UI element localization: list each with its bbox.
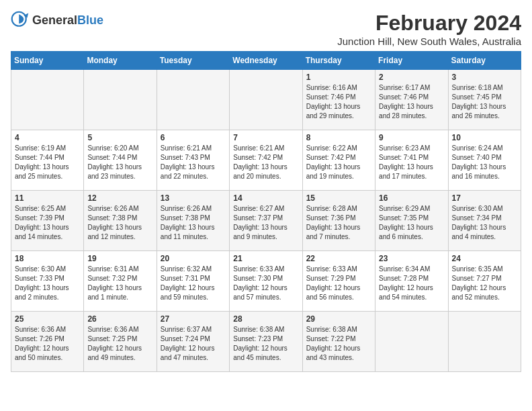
header: GeneralBlue February 2024 Junction Hill,…: [11, 11, 521, 47]
day-number: 25: [15, 314, 80, 324]
calendar-cell: [448, 312, 521, 372]
day-number: 4: [15, 133, 80, 142]
day-info: Sunrise: 6:21 AM Sunset: 7:43 PM Dayligh…: [161, 144, 226, 181]
day-number: 27: [161, 314, 226, 324]
calendar-cell: 3Sunrise: 6:18 AM Sunset: 7:45 PM Daylig…: [448, 70, 521, 130]
calendar-cell: 23Sunrise: 6:34 AM Sunset: 7:28 PM Dayli…: [375, 251, 448, 312]
calendar-cell: 4Sunrise: 6:19 AM Sunset: 7:44 PM Daylig…: [11, 130, 84, 191]
calendar-cell: 12Sunrise: 6:26 AM Sunset: 7:38 PM Dayli…: [84, 191, 157, 251]
day-info: Sunrise: 6:38 AM Sunset: 7:22 PM Dayligh…: [306, 325, 371, 363]
day-info: Sunrise: 6:26 AM Sunset: 7:38 PM Dayligh…: [161, 204, 226, 242]
calendar-cell: [157, 70, 229, 130]
header-sunday: Sunday: [11, 52, 84, 70]
calendar-cell: 28Sunrise: 6:38 AM Sunset: 7:23 PM Dayli…: [230, 312, 302, 372]
calendar-week-row: 25Sunrise: 6:36 AM Sunset: 7:26 PM Dayli…: [11, 312, 521, 372]
logo-icon: [11, 11, 30, 30]
day-number: 19: [87, 254, 152, 263]
calendar-cell: 15Sunrise: 6:28 AM Sunset: 7:36 PM Dayli…: [302, 191, 375, 251]
calendar-table: SundayMondayTuesdayWednesdayThursdayFrid…: [11, 51, 521, 372]
header-monday: Monday: [84, 52, 157, 70]
calendar-cell: 21Sunrise: 6:33 AM Sunset: 7:30 PM Dayli…: [230, 251, 302, 312]
day-number: 3: [452, 73, 517, 82]
calendar-cell: 19Sunrise: 6:31 AM Sunset: 7:32 PM Dayli…: [84, 251, 157, 312]
day-number: 24: [452, 254, 517, 263]
day-info: Sunrise: 6:30 AM Sunset: 7:34 PM Dayligh…: [452, 204, 517, 242]
day-number: 26: [87, 314, 152, 324]
day-number: 21: [233, 254, 298, 263]
day-number: 9: [379, 133, 444, 142]
day-number: 13: [161, 193, 226, 203]
calendar-cell: 5Sunrise: 6:20 AM Sunset: 7:44 PM Daylig…: [84, 130, 157, 191]
calendar-cell: 6Sunrise: 6:21 AM Sunset: 7:43 PM Daylig…: [157, 130, 229, 191]
calendar-cell: 18Sunrise: 6:30 AM Sunset: 7:33 PM Dayli…: [11, 251, 84, 312]
day-info: Sunrise: 6:21 AM Sunset: 7:42 PM Dayligh…: [233, 144, 298, 181]
day-number: 18: [15, 254, 80, 263]
day-info: Sunrise: 6:32 AM Sunset: 7:31 PM Dayligh…: [161, 265, 226, 302]
subtitle: Junction Hill, New South Wales, Australi…: [337, 36, 521, 47]
header-saturday: Saturday: [448, 52, 521, 70]
calendar-cell: 2Sunrise: 6:17 AM Sunset: 7:46 PM Daylig…: [375, 70, 448, 130]
day-info: Sunrise: 6:33 AM Sunset: 7:30 PM Dayligh…: [233, 265, 298, 302]
calendar-cell: 11Sunrise: 6:25 AM Sunset: 7:39 PM Dayli…: [11, 191, 84, 251]
day-info: Sunrise: 6:29 AM Sunset: 7:35 PM Dayligh…: [379, 204, 444, 242]
day-number: 6: [161, 133, 226, 142]
header-wednesday: Wednesday: [230, 52, 302, 70]
calendar-cell: 17Sunrise: 6:30 AM Sunset: 7:34 PM Dayli…: [448, 191, 521, 251]
calendar-cell: [230, 70, 302, 130]
day-info: Sunrise: 6:36 AM Sunset: 7:26 PM Dayligh…: [15, 325, 80, 363]
calendar-cell: 9Sunrise: 6:23 AM Sunset: 7:41 PM Daylig…: [375, 130, 448, 191]
header-thursday: Thursday: [302, 52, 375, 70]
day-number: 29: [306, 314, 371, 324]
main-title: February 2024: [337, 11, 521, 36]
day-info: Sunrise: 6:33 AM Sunset: 7:29 PM Dayligh…: [306, 265, 371, 302]
day-info: Sunrise: 6:31 AM Sunset: 7:32 PM Dayligh…: [87, 265, 152, 302]
calendar-cell: 13Sunrise: 6:26 AM Sunset: 7:38 PM Dayli…: [157, 191, 229, 251]
calendar-cell: [84, 70, 157, 130]
day-number: 14: [233, 193, 298, 203]
day-info: Sunrise: 6:28 AM Sunset: 7:36 PM Dayligh…: [306, 204, 371, 242]
calendar-cell: 27Sunrise: 6:37 AM Sunset: 7:24 PM Dayli…: [157, 312, 229, 372]
day-number: 16: [379, 193, 444, 203]
day-info: Sunrise: 6:35 AM Sunset: 7:27 PM Dayligh…: [452, 265, 517, 302]
logo-blue: Blue: [77, 13, 103, 27]
calendar-cell: 7Sunrise: 6:21 AM Sunset: 7:42 PM Daylig…: [230, 130, 302, 191]
calendar-week-row: 4Sunrise: 6:19 AM Sunset: 7:44 PM Daylig…: [11, 130, 521, 191]
day-number: 28: [233, 314, 298, 324]
day-info: Sunrise: 6:17 AM Sunset: 7:46 PM Dayligh…: [379, 83, 444, 121]
day-info: Sunrise: 6:34 AM Sunset: 7:28 PM Dayligh…: [379, 265, 444, 302]
calendar-cell: 26Sunrise: 6:36 AM Sunset: 7:25 PM Dayli…: [84, 312, 157, 372]
calendar-cell: 24Sunrise: 6:35 AM Sunset: 7:27 PM Dayli…: [448, 251, 521, 312]
calendar-cell: 1Sunrise: 6:16 AM Sunset: 7:46 PM Daylig…: [302, 70, 375, 130]
calendar-cell: 10Sunrise: 6:24 AM Sunset: 7:40 PM Dayli…: [448, 130, 521, 191]
day-info: Sunrise: 6:22 AM Sunset: 7:42 PM Dayligh…: [306, 144, 371, 181]
calendar-cell: [11, 70, 84, 130]
day-info: Sunrise: 6:25 AM Sunset: 7:39 PM Dayligh…: [15, 204, 80, 242]
day-info: Sunrise: 6:20 AM Sunset: 7:44 PM Dayligh…: [87, 144, 152, 181]
header-tuesday: Tuesday: [157, 52, 229, 70]
title-area: February 2024 Junction Hill, New South W…: [337, 11, 521, 47]
day-info: Sunrise: 6:26 AM Sunset: 7:38 PM Dayligh…: [87, 204, 152, 242]
calendar-week-row: 11Sunrise: 6:25 AM Sunset: 7:39 PM Dayli…: [11, 191, 521, 251]
day-number: 1: [306, 73, 371, 82]
logo-general: General: [32, 13, 77, 27]
day-number: 5: [87, 133, 152, 142]
day-number: 10: [452, 133, 517, 142]
day-info: Sunrise: 6:36 AM Sunset: 7:25 PM Dayligh…: [87, 325, 152, 363]
calendar-cell: 20Sunrise: 6:32 AM Sunset: 7:31 PM Dayli…: [157, 251, 229, 312]
logo: GeneralBlue: [11, 11, 103, 30]
day-info: Sunrise: 6:19 AM Sunset: 7:44 PM Dayligh…: [15, 144, 80, 181]
calendar-cell: [375, 312, 448, 372]
day-info: Sunrise: 6:27 AM Sunset: 7:37 PM Dayligh…: [233, 204, 298, 242]
day-info: Sunrise: 6:37 AM Sunset: 7:24 PM Dayligh…: [161, 325, 226, 363]
day-number: 7: [233, 133, 298, 142]
calendar-cell: 29Sunrise: 6:38 AM Sunset: 7:22 PM Dayli…: [302, 312, 375, 372]
day-number: 15: [306, 193, 371, 203]
day-info: Sunrise: 6:23 AM Sunset: 7:41 PM Dayligh…: [379, 144, 444, 181]
day-number: 23: [379, 254, 444, 263]
day-number: 11: [15, 193, 80, 203]
day-number: 8: [306, 133, 371, 142]
calendar-cell: 8Sunrise: 6:22 AM Sunset: 7:42 PM Daylig…: [302, 130, 375, 191]
day-number: 2: [379, 73, 444, 82]
day-number: 22: [306, 254, 371, 263]
calendar-cell: 14Sunrise: 6:27 AM Sunset: 7:37 PM Dayli…: [230, 191, 302, 251]
